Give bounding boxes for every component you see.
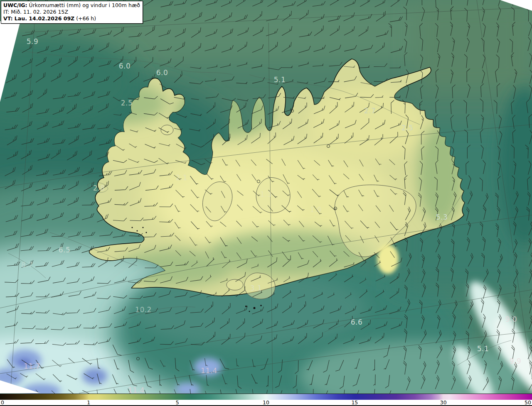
product-id: UWC/IG: <box>3 2 27 8</box>
product-description: Úrkomumætti (mm) og vindur i 100m hæð <box>29 2 140 8</box>
colorbar-ticks: 01510153050 <box>0 400 532 405</box>
weather-map <box>0 0 532 394</box>
title-line-valid: VT: Lau. 14.02.2026 09Z (+66 h) <box>3 15 140 22</box>
colorbar-tick: 50 <box>525 399 531 406</box>
title-line-init: IT: Mið. 11. 02. 2026 15Z <box>3 9 140 15</box>
colorbar-gradient <box>0 394 532 400</box>
colorbar-tick: 15 <box>351 399 358 406</box>
title-line-product: UWC/IG: Úrkomumætti (mm) og vindur i 100… <box>3 2 140 9</box>
bright-precip-minimum-spot <box>377 244 399 274</box>
colorbar-tick: 5 <box>176 399 179 406</box>
valid-offset: (+66 h) <box>76 15 96 22</box>
title-box: UWC/IG: Úrkomumætti (mm) og vindur i 100… <box>1 1 143 24</box>
colorbar-tick: 1 <box>87 399 90 406</box>
weather-chart-page: 5.96.06.05.12.72.52.52.82.11.31.05.36.58… <box>0 0 532 406</box>
colorbar-tick: 30 <box>440 399 447 406</box>
colorbar-tick: 10 <box>263 399 269 406</box>
valid-time: VT: Lau. 14.02.2026 09Z <box>3 15 74 22</box>
colorbar-tick: 0 <box>1 399 4 406</box>
